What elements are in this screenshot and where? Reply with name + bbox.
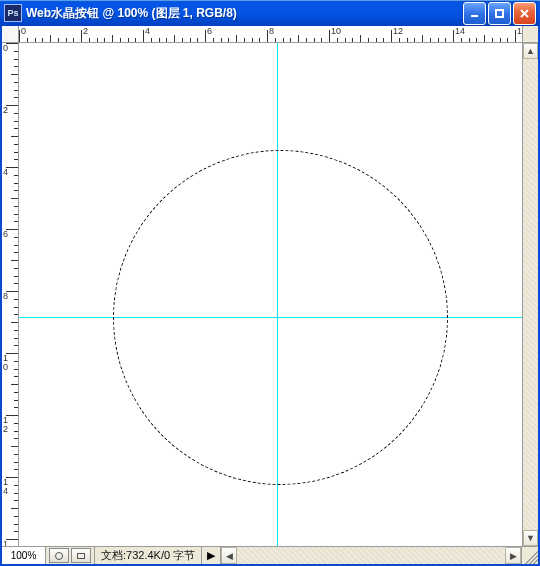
resize-grip[interactable] (521, 547, 538, 564)
scrollbar-vertical[interactable]: ▲ ▼ (522, 43, 538, 546)
scroll-right-button[interactable]: ▶ (505, 547, 521, 564)
svg-rect-1 (496, 10, 503, 17)
ruler-h-label: 2 (83, 26, 88, 36)
ruler-h-label: 10 (331, 26, 341, 36)
ruler-v-label: 8 (3, 292, 8, 301)
ruler-vertical[interactable]: 0246810121416 (2, 43, 19, 546)
ruler-origin-toggle[interactable] (2, 26, 19, 43)
ruler-v-label: 6 (3, 230, 8, 239)
ruler-v-label: 0 (3, 44, 8, 53)
scroll-v-track[interactable] (523, 59, 538, 530)
ruler-h-label: 4 (145, 26, 150, 36)
ruler-h-label: 14 (455, 26, 465, 36)
ruler-h-label: 0 (21, 26, 26, 36)
minimize-button[interactable] (463, 2, 486, 25)
ruler-h-label: 12 (393, 26, 403, 36)
ruler-v-label: 12 (3, 416, 8, 434)
app-icon: Ps (4, 4, 22, 22)
document-window: 0246810121416 0246810121416 ▲ ▼ 100% 文档:… (0, 26, 540, 566)
scroll-left-button[interactable]: ◀ (221, 547, 237, 564)
preview-mode-1-button[interactable] (49, 548, 69, 563)
close-button[interactable] (513, 2, 536, 25)
scrollbar-horizontal[interactable]: ◀ ▶ (221, 547, 521, 564)
ruler-horizontal[interactable]: 0246810121416 (19, 26, 522, 43)
ruler-v-label: 16 (3, 540, 8, 546)
scroll-down-button[interactable]: ▼ (523, 530, 538, 546)
zoom-input[interactable]: 100% (2, 547, 46, 564)
ruler-h-label: 6 (207, 26, 212, 36)
window-titlebar[interactable]: Ps Web水晶按钮 @ 100% (图层 1, RGB/8) (0, 0, 540, 26)
ruler-h-label: 16 (517, 26, 522, 36)
canvas[interactable] (19, 43, 522, 546)
ruler-v-label: 14 (3, 478, 8, 496)
selection-marquee (113, 150, 448, 485)
scroll-h-track[interactable] (237, 547, 505, 564)
ruler-v-label: 2 (3, 106, 8, 115)
ruler-h-end (522, 26, 538, 43)
ruler-v-label: 4 (3, 168, 8, 177)
maximize-button[interactable] (488, 2, 511, 25)
ruler-h-label: 8 (269, 26, 274, 36)
window-title: Web水晶按钮 @ 100% (图层 1, RGB/8) (26, 5, 237, 22)
preview-mode-2-button[interactable] (71, 548, 91, 563)
status-menu-button[interactable]: ▶ (202, 547, 221, 564)
status-doc-info: 文档:732.4K/0 字节 (95, 547, 202, 564)
scroll-up-button[interactable]: ▲ (523, 43, 538, 59)
ruler-v-label: 10 (3, 354, 8, 372)
preview-button-group (46, 547, 95, 564)
